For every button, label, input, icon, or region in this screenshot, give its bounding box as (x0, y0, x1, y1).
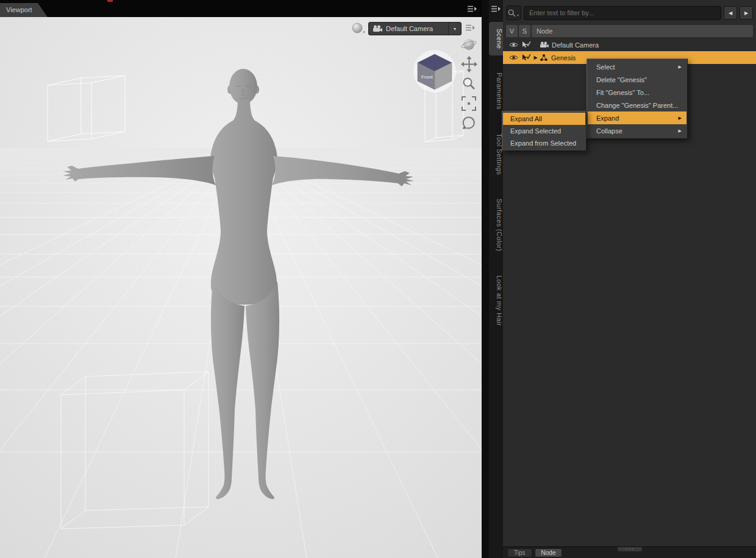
search-icon (508, 9, 516, 17)
node-label: Default Camera (552, 41, 599, 49)
orbit-sphere-tool-icon[interactable] (461, 37, 477, 53)
submenu-arrow-icon: ▶ (679, 129, 682, 133)
viewport-title-bar: Viewport (0, 0, 482, 17)
tab-scene[interactable]: Scene (489, 22, 503, 55)
viewport-tab[interactable]: Viewport (0, 3, 48, 17)
panel-bottom-bar: • • • Tips Node (503, 546, 756, 558)
menu-item-collapse[interactable]: Collapse ▶ (588, 124, 686, 137)
visibility-eye-icon[interactable] (507, 41, 519, 48)
menu-item-label: Expand All (510, 115, 542, 122)
drawstyle-sphere-icon (351, 22, 363, 34)
menu-item-label: Select (596, 63, 615, 71)
tab-parameters[interactable]: Parameters (489, 66, 503, 116)
menu-item-label: Expand (596, 115, 619, 122)
viewport-pane-menu-icon[interactable] (467, 4, 477, 13)
column-header-node[interactable]: Node (532, 25, 753, 37)
pan-tool-icon[interactable] (461, 56, 477, 72)
menu-item-label: Fit "Genesis" To... (596, 89, 649, 96)
menu-item-label: Delete "Genesis" (596, 76, 647, 83)
menu-item-label: Collapse (596, 127, 622, 135)
selectability-pointer-icon[interactable] (519, 54, 532, 62)
red-marker (107, 0, 113, 2)
menu-item-delete-genesis[interactable]: Delete "Genesis" (588, 73, 686, 86)
viewport-tools (458, 37, 480, 131)
zoom-tool-icon[interactable] (461, 76, 477, 92)
filter-prev-button[interactable]: ◀ (724, 6, 737, 19)
viewport-pane: Viewport ▼ Default Camera ▼ (0, 0, 482, 558)
menu-item-change-genesis-parent[interactable]: Change "Genesis" Parent... (588, 99, 686, 111)
search-options-arrow-icon: ▼ (516, 13, 519, 17)
drawstyle-sphere-button[interactable]: ▼ (351, 22, 368, 37)
visibility-eye-icon[interactable] (507, 54, 519, 61)
tab-tool-settings[interactable]: Tool Settings (489, 127, 503, 182)
nav-cube-front-label: Front (421, 74, 433, 80)
menu-item-expand-all[interactable]: Expand All (503, 113, 585, 125)
menu-item-expand-from-selected[interactable]: Expand from Selected (503, 137, 585, 149)
tab-look-at-my-hair[interactable]: Look at my Hair (489, 269, 503, 333)
frame-tool-icon[interactable] (461, 95, 477, 111)
scene-tree-header: V S Node (506, 25, 753, 37)
bottom-tab-tips[interactable]: Tips (507, 548, 532, 557)
filter-input[interactable] (524, 6, 721, 20)
panel-collapse-grip[interactable]: • • • (618, 547, 642, 551)
expand-twisty-icon[interactable]: ▶ (532, 55, 540, 60)
context-menu: Select ▶ Delete "Genesis" Fit "Genesis" … (587, 58, 688, 139)
camera-selector-label: Default Camera (386, 25, 448, 32)
drawstyle-dropdown-arrow-icon: ▼ (362, 30, 366, 34)
camera-icon (540, 41, 549, 48)
selectability-pointer-icon[interactable] (519, 41, 532, 49)
menu-item-select[interactable]: Select ▶ (588, 60, 686, 73)
view-navigation-cube[interactable]: Front (412, 49, 457, 94)
camera-dropdown-arrow[interactable]: ▼ (448, 23, 461, 35)
column-header-selectability[interactable]: S (519, 25, 530, 37)
column-header-visibility[interactable]: V (506, 25, 518, 37)
daz-studio-window: Viewport ▼ Default Camera ▼ (0, 0, 756, 558)
panel-tab-strip: Scene Parameters Tool Settings Surfaces … (489, 0, 503, 558)
panel-pane-menu-icon[interactable] (491, 4, 501, 13)
filter-next-button[interactable]: ▶ (740, 6, 753, 19)
filter-row: ▼ ◀ ▶ (506, 5, 753, 20)
menu-item-fit-genesis-to[interactable]: Fit "Genesis" To... (588, 86, 686, 99)
tab-surfaces-color[interactable]: Surfaces (Color) (489, 192, 503, 258)
pane-divider[interactable] (482, 0, 489, 558)
submenu-arrow-icon: ▶ (679, 65, 682, 69)
context-submenu-expand: Expand All Expand Selected Expand from S… (502, 111, 587, 151)
filter-search-button[interactable]: ▼ (506, 5, 521, 20)
figure-node-icon (540, 54, 548, 62)
viewport-options-icon[interactable] (465, 23, 476, 32)
tree-row-default-camera[interactable]: Default Camera (503, 38, 756, 51)
bottom-tab-node[interactable]: Node (535, 548, 563, 557)
menu-item-expand-selected[interactable]: Expand Selected (503, 125, 585, 137)
camera-selector[interactable]: Default Camera ▼ (368, 22, 462, 35)
menu-item-label: Change "Genesis" Parent... (596, 102, 678, 109)
node-label: Genesis (551, 54, 576, 62)
menu-item-label: Expand from Selected (510, 140, 576, 147)
menu-item-label: Expand Selected (510, 127, 561, 135)
submenu-arrow-icon: ▶ (679, 116, 682, 121)
viewport-3d-canvas[interactable] (0, 0, 482, 558)
camera-icon (373, 25, 382, 32)
rotate-view-tool-icon[interactable] (461, 115, 477, 131)
menu-item-expand[interactable]: Expand ▶ (588, 111, 686, 124)
